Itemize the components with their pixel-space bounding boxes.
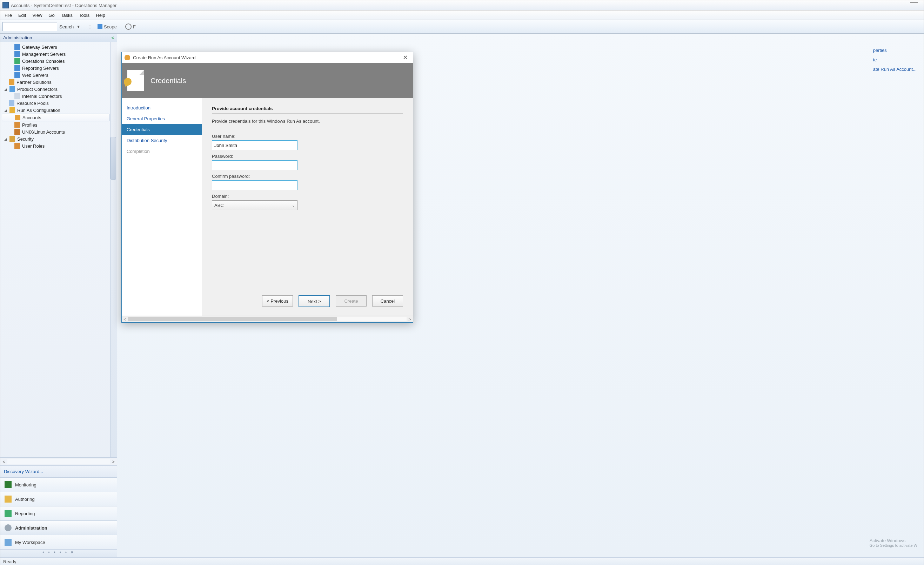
tree-partner-solutions[interactable]: Partner Solutions — [2, 79, 117, 85]
wb-administration[interactable]: Administration — [0, 520, 117, 535]
dialog-close-button[interactable]: ✕ — [400, 54, 410, 61]
password-input[interactable] — [212, 160, 297, 170]
tree-runas-configuration[interactable]: ◢ Run As Configuration — [2, 106, 117, 114]
tree-label: Gateway Servers — [22, 45, 57, 50]
tree-reporting-servers[interactable]: Reporting Servers — [2, 64, 117, 72]
step-general-properties[interactable]: General Properties — [122, 113, 202, 124]
tree-label: Management Servers — [22, 52, 66, 57]
menu-tasks[interactable]: Tasks — [58, 12, 75, 19]
cancel-button[interactable]: Cancel — [372, 295, 403, 307]
dialog-form: Provide account credentials Provide cred… — [202, 98, 413, 316]
tree-hscroll[interactable]: < > — [0, 457, 117, 466]
nav-collapse-icon[interactable]: < — [111, 35, 114, 40]
scroll-track[interactable] — [8, 459, 110, 464]
tree-management-servers[interactable]: Management Servers — [2, 51, 117, 57]
previous-button[interactable]: < Previous — [262, 295, 293, 307]
menu-view[interactable]: View — [30, 12, 45, 19]
tree-gateway-servers[interactable]: Gateway Servers — [2, 43, 117, 51]
app-window: Accounts - SystemCenterTest - Operations… — [0, 0, 924, 565]
menu-go[interactable]: Go — [46, 12, 57, 19]
server-icon — [14, 65, 20, 71]
tree-scroll-thumb[interactable] — [111, 137, 116, 180]
wb-myworkspace[interactable]: My Workspace — [0, 535, 117, 549]
collapse-icon[interactable]: ◢ — [4, 87, 8, 91]
wb-label: Administration — [15, 525, 47, 531]
tree-label: Profiles — [22, 122, 37, 128]
find-label: F — [133, 24, 136, 30]
tree-unix-accounts[interactable]: UNIX/Linux Accounts — [2, 128, 117, 135]
menu-help[interactable]: Help — [93, 12, 108, 19]
tree-label: Web Servers — [22, 73, 48, 78]
search-input[interactable] — [3, 22, 57, 31]
wb-label: Authoring — [15, 497, 35, 502]
wb-monitoring[interactable]: Monitoring — [0, 477, 117, 492]
scroll-right-icon[interactable]: > — [110, 459, 117, 465]
menu-file[interactable]: File — [2, 12, 15, 19]
profile-icon — [14, 122, 20, 128]
tree-label: Security — [17, 136, 34, 142]
myworkspace-icon — [4, 539, 12, 546]
nav-pane: Administration < Gateway Servers Managem… — [0, 34, 117, 557]
nav-header: Administration < — [0, 34, 117, 42]
tree-product-connectors[interactable]: ◢ Product Connectors — [2, 85, 117, 93]
discovery-wizard-link[interactable]: Discovery Wizard... — [0, 466, 117, 477]
find-button[interactable]: F — [122, 22, 139, 31]
menu-edit[interactable]: Edit — [15, 12, 29, 19]
wb-authoring[interactable]: Authoring — [0, 492, 117, 506]
tree-label: Reporting Servers — [22, 66, 59, 71]
action-properties[interactable]: perties — [873, 48, 916, 53]
wb-reporting[interactable]: Reporting — [0, 506, 117, 520]
wb-label: Monitoring — [15, 482, 36, 487]
scroll-left-icon[interactable]: < — [0, 459, 8, 465]
tree-label: UNIX/Linux Accounts — [22, 129, 65, 135]
tree-resource-pools[interactable]: Resource Pools — [2, 100, 117, 106]
collapse-icon[interactable]: ◢ — [4, 137, 8, 141]
tree-security[interactable]: ◢ Security — [2, 135, 117, 142]
tree-label: Run As Configuration — [17, 108, 60, 113]
tree-operations-consoles[interactable]: Operations Consoles — [2, 57, 117, 64]
create-button: Create — [336, 295, 367, 307]
scroll-left-icon[interactable]: < — [122, 317, 128, 322]
menu-tools[interactable]: Tools — [76, 12, 92, 19]
tree-internal-connectors[interactable]: Internal Connectors — [2, 93, 117, 100]
next-button[interactable]: Next > — [298, 295, 330, 307]
statusbar: Ready — [0, 557, 924, 565]
tree-web-servers[interactable]: Web Servers — [2, 72, 117, 79]
wunderbar-grip[interactable]: • • • • • ▾ — [0, 549, 117, 557]
action-create-runas[interactable]: ate Run As Account... — [873, 67, 916, 72]
password-label: Password: — [212, 154, 403, 159]
find-icon — [125, 24, 132, 30]
toolbar-overflow-icon[interactable]: ⋮ — [88, 24, 92, 30]
connector-icon — [9, 86, 15, 92]
action-delete[interactable]: te — [873, 57, 916, 63]
confirm-password-input[interactable] — [212, 180, 297, 190]
tree-label: Resource Pools — [16, 100, 49, 106]
step-introduction[interactable]: Introduction — [122, 102, 202, 113]
step-distribution-security[interactable]: Distribution Security — [122, 135, 202, 146]
scroll-right-icon[interactable]: > — [406, 317, 413, 322]
discovery-label: Discovery Wizard... — [4, 469, 43, 474]
dialog-hscroll[interactable]: < > — [122, 316, 413, 322]
minimize-button[interactable]: — — [910, 1, 918, 7]
search-dropdown-icon[interactable]: ▼ — [76, 24, 80, 29]
tree-label: Partner Solutions — [16, 79, 52, 85]
scope-button[interactable]: Scope — [94, 23, 120, 30]
collapse-icon[interactable]: ◢ — [4, 108, 8, 112]
scroll-thumb[interactable] — [128, 317, 337, 321]
dialog-header: Credentials — [122, 63, 413, 98]
domain-label: Domain: — [212, 193, 403, 199]
tree-label: Internal Connectors — [22, 94, 62, 99]
scope-icon — [98, 24, 102, 29]
runas-icon — [9, 107, 15, 113]
tree-user-roles[interactable]: User Roles — [2, 142, 117, 149]
tree-accounts[interactable]: Accounts — [2, 114, 110, 121]
wb-label: Reporting — [15, 511, 35, 516]
toolbar: Search ▼ ⋮ Scope F — [0, 20, 924, 34]
scroll-track[interactable] — [128, 317, 406, 321]
domain-select[interactable]: ABC ⌄ — [212, 200, 297, 210]
step-credentials[interactable]: Credentials — [122, 124, 202, 135]
tree-profiles[interactable]: Profiles — [2, 121, 117, 128]
scope-label: Scope — [104, 24, 117, 30]
create-runas-account-dialog: Create Run As Account Wizard ✕ Credentia… — [122, 52, 413, 323]
username-input[interactable] — [212, 140, 297, 150]
